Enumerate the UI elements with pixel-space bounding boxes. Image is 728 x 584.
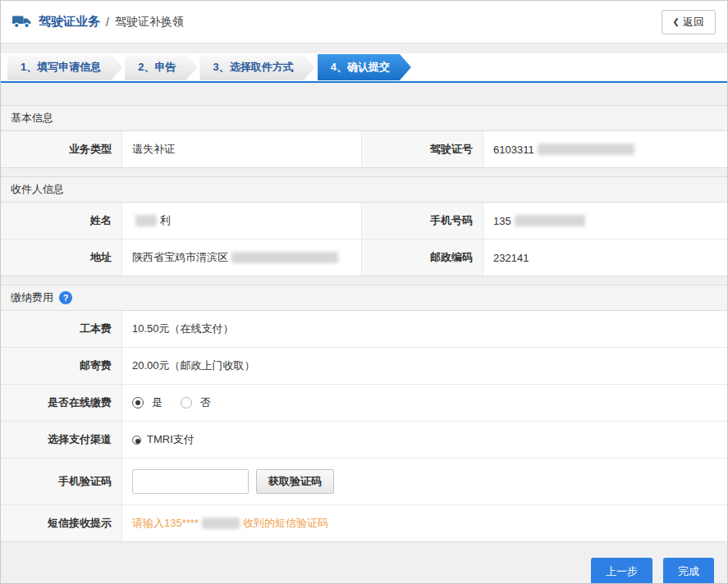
online-pay-label: 是否在线缴费 [1, 385, 122, 421]
phone-label: 手机号码 [362, 203, 483, 239]
page: 驾驶证业务 / 驾驶证补换领 ❮ 返回 1、填写申请信息 2、申告 3、选择取件… [0, 0, 728, 584]
radio-tmri-label[interactable]: TMRI支付 [147, 432, 195, 447]
production-fee-label: 工本费 [1, 311, 122, 347]
section-recipient-info: 收件人信息 姓名 利 手机号码 135 地址 陕西省宝鸡市渭滨区 邮政编码 23… [1, 176, 727, 276]
section-title-text: 缴纳费用 [11, 290, 53, 305]
redacted-block [135, 215, 157, 226]
table-row: 邮寄费 20.00元（邮政上门收取） [1, 348, 727, 385]
finish-button[interactable]: 完成 [663, 558, 714, 584]
sms-code-input[interactable] [132, 469, 249, 494]
radio-yes-label[interactable]: 是 [152, 395, 163, 410]
footer-actions: 上一步 完成 [1, 542, 727, 584]
sms-tip-value: 请输入135****收到的短信验证码 [122, 505, 727, 541]
step-tab-label: 2、申告 [138, 61, 176, 73]
channel-tmri-option: TMRI支付 [132, 432, 195, 447]
previous-step-button[interactable]: 上一步 [591, 558, 652, 584]
business-type-label: 业务类型 [1, 131, 122, 167]
truck-icon [12, 15, 32, 29]
chevron-left-icon: ❮ [673, 18, 680, 26]
steps-bar: 1、填写申请信息 2、申告 3、选择取件方式 4、确认提交 [1, 53, 727, 83]
table-row: 手机验证码 获取验证码 [1, 459, 727, 505]
postcode-value: 232141 [483, 240, 727, 276]
section-title-text: 收件人信息 [11, 182, 64, 197]
online-pay-options: 是 否 [122, 385, 727, 421]
table-row: 姓名 利 手机号码 135 [1, 203, 727, 240]
name-label: 姓名 [1, 203, 122, 239]
license-number-label: 驾驶证号 [362, 131, 483, 167]
license-number-value: 6103311 [483, 131, 727, 167]
postcode-label: 邮政编码 [362, 240, 483, 276]
section-title-text: 基本信息 [11, 111, 53, 125]
back-button-label: 返回 [683, 15, 704, 30]
page-title-secondary: 驾驶证补换领 [115, 15, 184, 30]
radio-tmri[interactable] [132, 436, 141, 445]
step-tab-2-declaration[interactable]: 2、申告 [125, 54, 197, 80]
step-tab-label: 1、填写申请信息 [21, 61, 101, 73]
topbar: 驾驶证业务 / 驾驶证补换领 ❮ 返回 [1, 1, 727, 43]
radio-yes[interactable] [132, 397, 144, 408]
step-tab-1-fill-application[interactable]: 1、填写申请信息 [7, 54, 122, 80]
payment-channel-label: 选择支付渠道 [1, 422, 122, 458]
table-row: 工本费 10.50元（在线支付） [1, 311, 727, 348]
sms-tip-suffix: 收到的短信验证码 [243, 516, 328, 531]
mail-fee-value: 20.00元（邮政上门收取） [122, 348, 727, 384]
online-pay-no-option: 否 [181, 395, 229, 410]
table-row: 地址 陕西省宝鸡市渭滨区 邮政编码 232141 [1, 240, 727, 276]
sms-tip-label: 短信接收提示 [1, 505, 122, 541]
payment-channel-options: TMRI支付 [122, 422, 727, 458]
step-tab-4-confirm-submit[interactable]: 4、确认提交 [318, 54, 411, 80]
get-code-button[interactable]: 获取验证码 [256, 469, 334, 494]
section-fees-title: 缴纳费用 ? [1, 285, 727, 311]
redacted-block [231, 252, 338, 263]
name-value: 利 [122, 203, 362, 239]
step-tab-label: 4、确认提交 [331, 61, 390, 73]
radio-no[interactable] [181, 397, 192, 408]
phone-value: 135 [483, 203, 727, 239]
production-fee-value: 10.50元（在线支付） [122, 311, 727, 347]
sms-code-label: 手机验证码 [1, 459, 122, 504]
sms-tip-prefix: 请输入135**** [132, 516, 199, 531]
table-row: 业务类型 遗失补证 驾驶证号 6103311 [1, 131, 727, 167]
address-value: 陕西省宝鸡市渭滨区 [122, 240, 362, 276]
help-icon[interactable]: ? [59, 291, 72, 304]
table-row: 短信接收提示 请输入135****收到的短信验证码 [1, 505, 727, 541]
redacted-block [202, 518, 240, 529]
back-button[interactable]: ❮ 返回 [662, 10, 716, 34]
step-tab-3-pickup-method[interactable]: 3、选择取件方式 [199, 54, 314, 80]
address-label: 地址 [1, 240, 122, 276]
sms-code-field-wrap: 获取验证码 [122, 459, 727, 504]
breadcrumb-separator: / [106, 16, 109, 29]
radio-no-label[interactable]: 否 [200, 395, 211, 410]
online-pay-yes-option: 是 [132, 395, 181, 410]
page-title-primary: 驾驶证业务 [39, 14, 100, 30]
section-recipient-info-title: 收件人信息 [1, 177, 727, 203]
table-row: 是否在线缴费 是 否 [1, 385, 727, 422]
mail-fee-label: 邮寄费 [1, 348, 122, 384]
table-row: 选择支付渠道 TMRI支付 [1, 422, 727, 459]
section-fees: 缴纳费用 ? 工本费 10.50元（在线支付） 邮寄费 20.00元（邮政上门收… [1, 285, 727, 542]
redacted-block [538, 144, 634, 155]
business-type-value: 遗失补证 [122, 131, 362, 167]
redacted-block [515, 215, 585, 226]
section-basic-info-title: 基本信息 [1, 106, 727, 131]
step-tab-label: 3、选择取件方式 [213, 61, 293, 73]
section-basic-info: 基本信息 业务类型 遗失补证 驾驶证号 6103311 [1, 105, 727, 168]
